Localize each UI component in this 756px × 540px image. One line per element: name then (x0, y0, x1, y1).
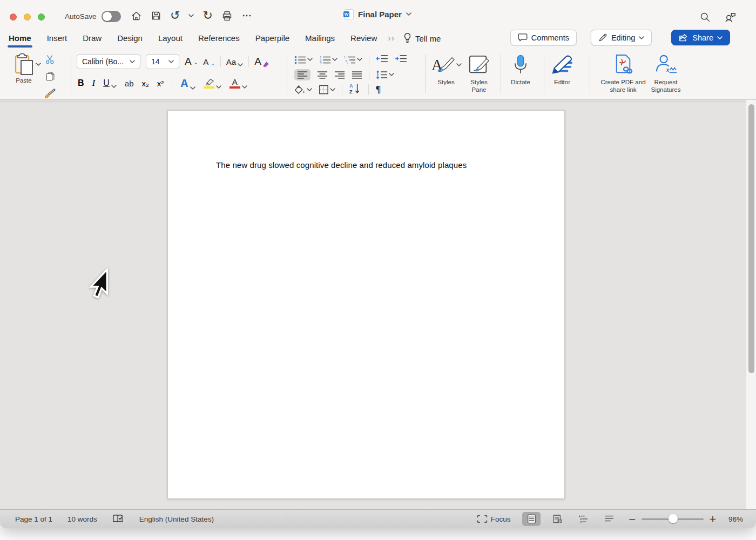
title-dropdown-icon[interactable] (406, 12, 411, 16)
focus-button[interactable]: Focus (477, 515, 511, 523)
bullets-button[interactable] (294, 55, 313, 64)
clear-formatting-button[interactable]: A (254, 56, 269, 68)
focus-icon (477, 516, 487, 522)
svg-text:3: 3 (320, 61, 322, 64)
align-left-button[interactable] (294, 69, 310, 80)
tab-layout[interactable]: Layout (158, 33, 183, 44)
more-commands-icon[interactable] (241, 10, 252, 21)
autosave-toggle[interactable] (102, 11, 121, 22)
zoom-level[interactable]: 96% (728, 515, 743, 523)
document-body-text[interactable]: The new drug slowed cognitive decline an… (216, 159, 518, 171)
font-size-select[interactable]: 14 (146, 54, 179, 69)
tab-review[interactable]: Review (350, 33, 377, 44)
change-case-button[interactable]: Aa (226, 57, 243, 66)
tab-design[interactable]: Design (117, 33, 143, 44)
request-signatures-button[interactable]: x Request Signatures (643, 53, 689, 94)
bold-button[interactable]: B (78, 78, 84, 88)
web-layout-view-button[interactable] (548, 512, 566, 526)
strikethrough-button[interactable]: ab (125, 79, 134, 88)
highlight-button[interactable] (204, 78, 221, 89)
superscript-button[interactable]: x² (157, 79, 164, 88)
paste-dropdown-icon[interactable] (36, 63, 41, 66)
maximize-button[interactable] (38, 14, 45, 21)
font-group: Calibri (Bo... 14 A⌃ A⌄ Aa A B I (77, 54, 269, 90)
styles-button[interactable]: A Styles (430, 53, 462, 86)
numbering-button[interactable]: 123 (319, 55, 338, 64)
tab-insert[interactable]: Insert (47, 33, 68, 44)
styles-dropdown-icon (456, 63, 462, 66)
titlebar: AutoSave ↺ ↻ W Final Paper (0, 0, 756, 28)
cut-icon[interactable] (45, 54, 56, 67)
document-canvas: The new drug slowed cognitive decline an… (0, 100, 756, 509)
request-signatures-label: Request Signatures (643, 78, 688, 94)
multilevel-list-button[interactable]: 1ai (344, 55, 362, 64)
copy-icon[interactable] (45, 71, 56, 84)
word-count[interactable]: 10 words (68, 515, 97, 523)
align-center-button[interactable] (317, 71, 328, 79)
draft-view-button[interactable] (600, 512, 618, 526)
zoom-out-button[interactable]: − (628, 514, 636, 524)
tab-home[interactable]: Home (9, 33, 31, 44)
underline-dropdown-icon[interactable] (111, 85, 117, 88)
language-selector[interactable]: English (United States) (139, 515, 214, 523)
document-page[interactable]: The new drug slowed cognitive decline an… (167, 110, 565, 499)
font-color-button[interactable]: A (230, 78, 247, 89)
increase-indent-button[interactable] (395, 54, 407, 65)
sort-button[interactable]: AZ (349, 83, 362, 96)
page-count[interactable]: Page 1 of 1 (15, 515, 52, 523)
undo-icon[interactable]: ↺ (170, 10, 180, 22)
document-title[interactable]: Final Paper (358, 10, 402, 19)
tab-references[interactable]: References (198, 33, 240, 44)
redo-icon[interactable]: ↻ (202, 10, 212, 22)
proofing-status-icon[interactable] (112, 514, 124, 524)
comments-button[interactable]: Comments (510, 30, 577, 45)
print-icon[interactable] (221, 10, 233, 22)
tab-mailings[interactable]: Mailings (305, 33, 335, 44)
grow-font-button[interactable]: A⌃ (185, 56, 198, 68)
paste-button[interactable]: Paste (13, 53, 35, 84)
zoom-slider[interactable] (642, 515, 704, 523)
share-label: Share (692, 33, 713, 42)
minimize-button[interactable] (24, 14, 31, 21)
line-spacing-button[interactable] (376, 70, 394, 79)
close-button[interactable] (10, 14, 17, 21)
tab-draw[interactable]: Draw (83, 33, 102, 44)
subscript-button[interactable]: x₂ (141, 79, 148, 88)
tab-overflow-icon[interactable]: ›› (388, 33, 395, 43)
text-effects-button[interactable]: A (180, 77, 195, 90)
shrink-font-button[interactable]: A⌄ (203, 57, 215, 66)
zoom-slider-thumb[interactable] (669, 514, 678, 523)
pencil-icon (598, 33, 608, 42)
save-icon[interactable] (151, 10, 161, 21)
decrease-indent-button[interactable] (376, 54, 388, 65)
presence-feedback-icon[interactable] (724, 11, 737, 25)
tell-me-control[interactable]: Tell me (403, 33, 441, 44)
styles-pane-button[interactable]: Styles Pane (463, 53, 495, 94)
align-right-button[interactable] (334, 71, 345, 79)
show-paragraph-marks-button[interactable]: ¶ (375, 84, 381, 95)
italic-button[interactable]: I (92, 78, 96, 89)
scrollbar-thumb[interactable] (748, 104, 754, 373)
status-bar: Page 1 of 1 10 words English (United Sta… (0, 509, 756, 528)
format-painter-icon[interactable] (44, 87, 56, 102)
svg-text:i: i (347, 61, 348, 64)
vertical-scrollbar[interactable] (746, 100, 756, 509)
undo-dropdown-icon[interactable] (188, 14, 194, 17)
home-icon[interactable] (131, 10, 142, 22)
print-layout-view-button[interactable] (522, 512, 541, 526)
tell-me-label: Tell me (415, 34, 441, 43)
share-button[interactable]: Share (671, 30, 730, 45)
shading-button[interactable] (294, 85, 312, 94)
underline-button[interactable]: U (103, 78, 117, 88)
dictate-button[interactable]: Dictate (504, 53, 537, 86)
font-name-select[interactable]: Calibri (Bo... (77, 54, 140, 69)
zoom-in-button[interactable]: + (709, 514, 717, 524)
dictate-label: Dictate (511, 78, 530, 86)
search-icon[interactable] (699, 11, 711, 25)
editing-mode-button[interactable]: Editing (591, 30, 652, 45)
editor-button[interactable]: Editor (546, 53, 578, 86)
outline-view-button[interactable] (574, 512, 592, 526)
borders-button[interactable] (319, 85, 335, 94)
justify-button[interactable] (352, 71, 362, 79)
tab-paperpile[interactable]: Paperpile (255, 33, 289, 44)
